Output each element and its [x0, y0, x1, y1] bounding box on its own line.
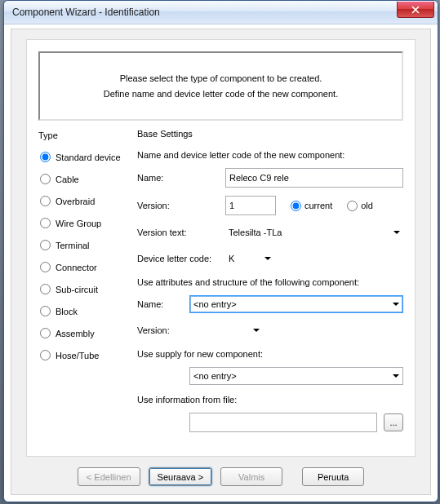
attr-name-value: <no entry> — [190, 299, 389, 309]
close-icon — [411, 6, 420, 14]
file-label: Use information from file: — [137, 395, 403, 405]
type-radio-label: Block — [56, 307, 78, 316]
type-radio-label: Overbraid — [56, 197, 95, 206]
version-current-label: current — [304, 201, 332, 210]
client-area: Please select the type of component to b… — [11, 29, 431, 495]
version-text-combo[interactable]: Telesilta -TLa — [225, 224, 403, 241]
type-radio-cable[interactable]: Cable — [40, 174, 128, 184]
type-radio-label: Sub-circuit — [56, 285, 98, 294]
attr-version-label: Version: — [137, 325, 183, 335]
version-text-value: Telesilta -TLa — [225, 228, 390, 237]
type-radio-standard-device[interactable]: Standard device — [40, 152, 128, 162]
intro-box: Please select the type of component to b… — [38, 51, 403, 121]
base-group-label: Base Settings — [137, 129, 403, 139]
version-current-radio[interactable]: current — [291, 201, 332, 211]
attr-heading: Use attributes and structure of the foll… — [137, 277, 403, 287]
attr-name-combo[interactable]: <no entry> — [189, 295, 403, 313]
close-button[interactable] — [397, 2, 434, 18]
supply-label: Use supply for new component: — [137, 349, 403, 359]
type-radio-label: Terminal — [56, 241, 90, 250]
attr-version-combo[interactable] — [189, 322, 263, 338]
name-field[interactable] — [225, 168, 403, 188]
type-radio-label: Hose/Tube — [56, 351, 99, 360]
device-code-label: Device letter code: — [137, 254, 219, 263]
version-field[interactable] — [225, 196, 276, 215]
type-radio-overbraid[interactable]: Overbraid — [40, 196, 128, 206]
version-old-label: old — [361, 201, 373, 210]
chevron-down-icon — [261, 250, 274, 267]
type-group-label: Type — [38, 130, 128, 140]
type-radio-label: Cable — [56, 175, 79, 184]
device-code-combo[interactable]: K — [225, 250, 274, 267]
type-radio-terminal[interactable]: Terminal — [40, 240, 128, 250]
type-radio-sub-circuit[interactable]: Sub-circuit — [40, 284, 128, 294]
type-group: Type Standard deviceCableOverbraidWire G… — [38, 129, 128, 440]
back-button: < Edellinen — [78, 467, 140, 486]
type-radio-hose-tube[interactable]: Hose/Tube — [40, 350, 128, 360]
version-old-radio[interactable]: old — [347, 201, 373, 211]
chevron-down-icon — [250, 322, 263, 338]
base-settings-group: Base Settings Name and device letter cod… — [128, 129, 403, 440]
type-radio-wire-group[interactable]: Wire Group — [40, 218, 128, 228]
type-radio-label: Standard device — [56, 153, 121, 162]
type-radio-label: Wire Group — [56, 219, 101, 228]
supply-combo[interactable]: <no entry> — [189, 367, 403, 385]
type-radio-assembly[interactable]: Assembly — [40, 328, 128, 338]
form-panel: Please select the type of component to b… — [26, 39, 416, 457]
supply-value: <no entry> — [190, 371, 389, 381]
cancel-button[interactable]: Peruuta — [302, 467, 364, 486]
type-radio-label: Connector — [56, 263, 97, 272]
version-label: Version: — [137, 201, 219, 210]
intro-line-2: Define name and device letter code of th… — [48, 86, 393, 102]
version-text-label: Version text: — [137, 228, 219, 237]
finish-button: Valmis — [220, 467, 282, 486]
base-heading: Name and device letter code of the new c… — [137, 150, 403, 160]
chevron-down-icon — [389, 368, 402, 384]
wizard-buttons: < Edellinen Seuraava > Valmis Peruuta — [11, 467, 430, 486]
type-radio-connector[interactable]: Connector — [40, 262, 128, 272]
dialog-window: Component Wizard - Identification Please… — [3, 0, 438, 502]
device-code-value: K — [225, 254, 261, 263]
file-field[interactable] — [189, 413, 377, 432]
chevron-down-icon — [389, 296, 402, 312]
attr-name-label: Name: — [137, 299, 183, 309]
titlebar: Component Wizard - Identification — [4, 1, 438, 24]
browse-button[interactable]: ... — [384, 413, 403, 431]
next-button[interactable]: Seuraava > — [149, 467, 213, 486]
type-radio-label: Assembly — [56, 329, 95, 338]
name-label: Name: — [137, 173, 219, 183]
type-radio-block[interactable]: Block — [40, 306, 128, 316]
intro-line-1: Please select the type of component to b… — [48, 71, 393, 86]
window-title: Component Wizard - Identification — [12, 7, 397, 18]
chevron-down-icon — [390, 224, 403, 241]
